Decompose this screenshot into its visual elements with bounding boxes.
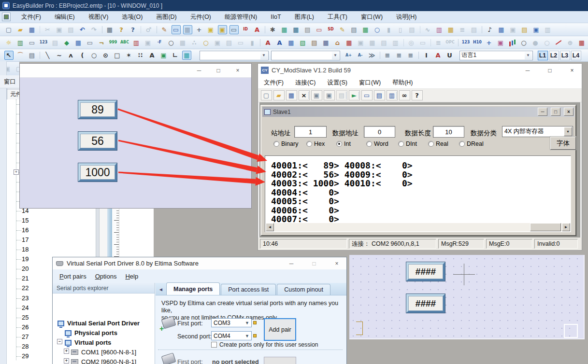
table3-icon[interactable]: ▦ (182, 51, 191, 60)
text-icon[interactable]: A (147, 51, 157, 60)
cmd-icon[interactable]: ▤ (407, 25, 416, 34)
menu-window[interactable]: 窗口(W) (354, 12, 389, 23)
redo-icon[interactable]: ↷ (89, 25, 99, 34)
state-button-l3[interactable]: L3 (560, 51, 570, 60)
font-red-icon[interactable]: A (253, 25, 262, 34)
window-tree-item[interactable]: 17 (7, 235, 96, 245)
clock-icon[interactable]: ○ (167, 38, 176, 47)
printer2-icon[interactable]: ▦ (178, 38, 187, 47)
sliders-icon[interactable]: ≡ (434, 38, 443, 47)
undo-icon[interactable]: ↶ (78, 25, 87, 34)
scroll-thumb[interactable] (530, 223, 561, 231)
ms-find-icon[interactable]: ∞ (399, 90, 410, 100)
design-canvas[interactable]: #### #### (349, 255, 585, 339)
virtual-ports-expand[interactable]: − (57, 339, 62, 344)
ms-tile-h-icon[interactable]: ▤ (374, 90, 385, 100)
hex-icon[interactable]: H10 (473, 38, 482, 47)
menu-library[interactable]: 图库(L) (288, 12, 321, 23)
menu-file[interactable]: 文件(F) (14, 12, 48, 23)
list-icon[interactable]: ≡ (458, 25, 467, 34)
state-button-l4[interactable]: L4 (571, 51, 581, 60)
macro-icon[interactable]: ✎ (338, 25, 347, 34)
indent-icon[interactable]: ≫ (367, 51, 376, 60)
font-shrink-icon[interactable]: A- (356, 51, 365, 60)
key-icon[interactable]: ¬ (97, 38, 106, 47)
properties-icon[interactable]: ▤ (28, 51, 37, 60)
sim-value-1000[interactable]: 1000 (78, 163, 117, 182)
ms-save-icon[interactable]: ▦ (286, 90, 297, 100)
window-tree-item[interactable]: 18 (7, 245, 96, 254)
slave1-minimize-button[interactable]: ─ (538, 108, 547, 116)
slave1-restore-button[interactable]: □ (551, 108, 560, 116)
table-edit-icon[interactable]: ▦ (321, 38, 330, 47)
vspd-close-button[interactable]: × (327, 257, 346, 269)
table2-icon[interactable]: ▦ (287, 38, 296, 47)
select2-icon[interactable]: ▣ (143, 38, 153, 47)
cut-icon[interactable]: ✂ (43, 25, 52, 34)
move-icon[interactable]: + (485, 38, 494, 47)
ms-net1-icon[interactable]: ▣ (311, 90, 322, 100)
ms-cascade-icon[interactable]: ▭ (361, 90, 373, 100)
sim-minimize-button[interactable]: ─ (189, 64, 209, 77)
ms-menu-file[interactable]: 文件(F) (258, 77, 289, 88)
modslave-maximize-button[interactable]: □ (540, 64, 559, 77)
sim-close-button[interactable]: × (228, 64, 247, 77)
arc-icon[interactable]: ( (78, 51, 87, 60)
address-book-icon[interactable]: ▥ (435, 25, 444, 34)
font-combo[interactable]: ▼ (271, 51, 340, 60)
station-input[interactable]: 1 (294, 126, 327, 138)
ms-net2-icon[interactable]: ▣ (324, 90, 335, 100)
data-length-input[interactable]: 10 (433, 126, 464, 138)
switch-icon[interactable]: ▭ (28, 38, 37, 47)
ms-new-icon[interactable]: ▢ (261, 90, 272, 100)
underline-icon[interactable]: U (445, 51, 454, 60)
polygon-icon[interactable]: ✶ (124, 51, 133, 60)
tree-virtual-ports[interactable]: Virtual ports (65, 339, 111, 346)
compass-icon[interactable]: ⊕ (566, 38, 575, 47)
gauge-icon[interactable]: ◎ (407, 38, 416, 47)
touch-icon[interactable]: ▦ (74, 38, 83, 47)
scheduler-icon[interactable]: ○ (201, 38, 211, 47)
radio-word[interactable]: Word (366, 140, 388, 147)
dots2-icon[interactable]: ∷ (136, 51, 145, 60)
state-button-l1[interactable]: L1 (538, 51, 548, 60)
menu-view[interactable]: 视图(V) (82, 12, 115, 23)
drawer-icon[interactable]: ▤ (470, 25, 479, 34)
polyline-icon[interactable]: ʌ (66, 51, 75, 60)
pie-icon[interactable]: ⊙ (101, 51, 110, 60)
edit-icon[interactable]: ▣ (531, 25, 541, 34)
rect-icon[interactable]: □ (113, 51, 122, 60)
sim-maximize-button[interactable]: □ (209, 64, 228, 77)
tree-com1[interactable]: COM1 [9600-N-8-1] (71, 349, 136, 356)
plug-icon[interactable]: ∿ (423, 25, 432, 34)
modslave-close-button[interactable]: × (562, 64, 582, 77)
panel-icon[interactable]: ▭ (418, 38, 428, 47)
grid-icon[interactable]: ▦ (183, 25, 192, 34)
boxes-icon[interactable]: ▤ (379, 38, 388, 47)
pen-icon[interactable]: ✎ (160, 25, 169, 34)
table-icon[interactable]: ▦ (497, 25, 506, 34)
ms-menu-settings[interactable]: 设置(S) (321, 77, 353, 88)
menu-energy[interactable]: 能源管理(N) (218, 12, 264, 23)
radio-int[interactable]: Int (336, 140, 351, 147)
numeric-element-2[interactable]: #### (406, 294, 445, 313)
menu-edit[interactable]: 编辑(E) (48, 12, 82, 23)
history-table-icon[interactable]: ▦ (577, 38, 587, 47)
font-transfer-icon[interactable]: A (263, 38, 272, 47)
tree-com2[interactable]: COM2 [9600-N-8-1] (71, 358, 136, 364)
meter-icon[interactable]: ○ (519, 38, 529, 47)
opc-icon[interactable]: OPC (445, 38, 455, 47)
clipboard-icon[interactable]: ▤ (310, 38, 319, 47)
shape-style-combo[interactable]: ▼ (200, 51, 269, 60)
vspd-menu-port-pairs[interactable]: Port pairs (55, 271, 91, 282)
tree-root[interactable]: Virtual Serial Port Driver (57, 320, 140, 327)
project-icon[interactable] (2, 13, 11, 21)
users-icon[interactable]: ▣ (508, 25, 517, 34)
bar-chart-icon[interactable] (508, 38, 517, 47)
diamond-icon[interactable]: ◆ (62, 38, 72, 47)
state-button-l2[interactable]: L2 (549, 51, 559, 60)
function-icon[interactable]: ·F (155, 38, 164, 47)
tree-physical-ports[interactable]: Physical ports (65, 329, 117, 336)
pan-icon[interactable]: ⌒ (16, 51, 25, 60)
add-pair-button[interactable]: Add pair (264, 318, 296, 341)
